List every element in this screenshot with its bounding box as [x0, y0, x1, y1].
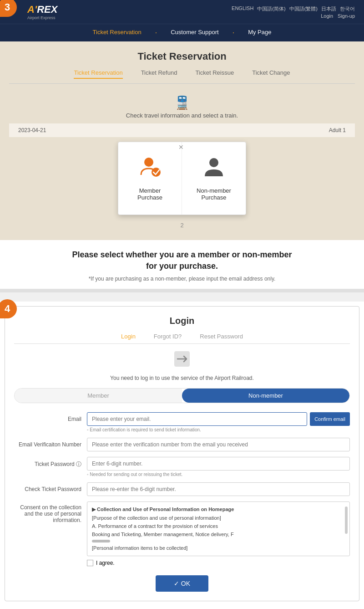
consent-body4: [Personal information items to be collec… — [92, 545, 345, 551]
consent-body1: [Purpose of the collection and use of pe… — [92, 515, 345, 521]
consent-input-area: ▶ Collection and Use of Personal Informa… — [87, 502, 350, 566]
tab-login[interactable]: Login — [121, 333, 136, 340]
consent-scrollbar[interactable] — [345, 507, 348, 534]
lang-korean[interactable]: 한국어 — [340, 5, 355, 12]
nonmember-purchase-option[interactable]: Non-member Purchase — [182, 142, 246, 215]
logo-line1: A'REX — [27, 4, 57, 15]
lang-traditional[interactable]: 中国語(繁體) — [289, 5, 318, 12]
step4-container: 4 Login Login Forgot ID? Reset Password … — [0, 302, 364, 609]
nonmember-purchase-label: Non-member Purchase — [191, 187, 237, 201]
consent-box[interactable]: ▶ Collection and Use of Personal Informa… — [87, 502, 350, 556]
consent-label: Consent on the collectionand the use of … — [14, 502, 87, 523]
member-icon — [127, 156, 172, 183]
consent-body2: A. Performance of a contract for the pro… — [92, 523, 345, 529]
login-tabs: Login Forgot ID? Reset Password — [14, 333, 350, 344]
step3-instruction: Please select whether you are a member o… — [0, 240, 364, 289]
svg-point-2 — [209, 158, 218, 167]
nav-customer-support[interactable]: Customer Support — [171, 29, 219, 37]
verification-row: Email Verificaiton Number — [14, 438, 350, 451]
agree-label: I agree. — [96, 560, 115, 566]
logo-a: A' — [27, 4, 37, 15]
verification-input[interactable] — [87, 438, 350, 451]
toggle-member[interactable]: Member — [15, 389, 182, 403]
verification-input-area — [87, 438, 350, 451]
lang-japanese[interactable]: 日本語 — [321, 5, 336, 12]
email-hint: Email certification is required to send … — [87, 427, 350, 432]
login-description: You need to log in to use the service of… — [14, 375, 350, 381]
email-input-group: Confirm email — [87, 412, 350, 426]
consent-body3: Booking and Ticketing, Member management… — [92, 532, 345, 537]
consent-divider — [92, 540, 110, 542]
check-password-input[interactable] — [87, 482, 350, 496]
header-right: ENGLISH 中国語(简体) 中国語(繁體) 日本語 한국어 Login Si… — [232, 5, 355, 19]
nav-dot-2: · — [233, 29, 234, 37]
svg-point-0 — [144, 158, 153, 167]
check-password-label: Check Ticket Password — [14, 482, 87, 492]
toggle-nonmember[interactable]: Non-member — [182, 389, 349, 403]
password-hint: Needed for sending out or reissuing the … — [87, 472, 350, 477]
nav-ticket-reservation[interactable]: Ticket Reservation — [93, 29, 142, 37]
lang-english[interactable]: ENGLISH — [232, 5, 253, 12]
tab-ticket-reservation[interactable]: Ticket Reservation — [74, 69, 122, 79]
instruction-main-text: Please select whether you are a member o… — [14, 249, 350, 272]
logo-text-group: A'REX Airport Express — [27, 4, 57, 20]
agree-checkbox[interactable] — [87, 560, 93, 566]
signup-link[interactable]: Sign-up — [338, 13, 355, 19]
tab-ticket-refund[interactable]: Ticket Refund — [141, 69, 177, 79]
confirm-email-button[interactable]: Confirm email — [310, 412, 350, 426]
consent-row: Consent on the collectionand the use of … — [14, 502, 350, 566]
check-password-row: Check Ticket Password — [14, 482, 350, 496]
instruction-sub-text: *If you are purchasing as a non-member, … — [14, 276, 350, 282]
ok-button[interactable]: ✓ OK — [156, 575, 208, 592]
tab-ticket-change[interactable]: Ticket Change — [252, 69, 290, 79]
step3-container: 3 A'REX Airport Express ENGLISH 中国語(简体) … — [0, 0, 364, 289]
step4-bottom-instruction: For non-member purchases, email verifica… — [0, 601, 364, 609]
sub-tabs: Ticket Reservation Ticket Refund Ticket … — [9, 69, 355, 84]
train-icon: 🚆 — [9, 95, 355, 110]
member-toggle[interactable]: Member Non-member — [14, 388, 350, 403]
purchase-modal: ✕ Member Purchase — [118, 142, 246, 215]
travel-date: 2023-04-21 — [18, 127, 46, 133]
modal-close-button[interactable]: ✕ — [178, 143, 184, 151]
logo-rex: REX — [37, 4, 57, 15]
main-nav: Ticket Reservation · Customer Support · … — [0, 24, 364, 41]
consent-title: ▶ Collection and Use of Personal Informa… — [92, 507, 345, 512]
login-title: Login — [14, 316, 350, 326]
nonmember-icon — [191, 156, 237, 183]
member-purchase-label: Member Purchase — [127, 187, 172, 201]
email-input-area: Confirm email Email certification is req… — [87, 412, 350, 432]
tab-reset-password[interactable]: Reset Password — [200, 333, 243, 340]
lang-simplified[interactable]: 中国語(简体) — [257, 5, 285, 12]
train-check-section: 🚆 Check travel information and select a … — [9, 91, 355, 123]
email-input[interactable] — [87, 412, 307, 426]
verification-label: Email Verificaiton Number — [14, 438, 87, 448]
tab-ticket-reissue[interactable]: Ticket Reissue — [195, 69, 234, 79]
info-row: 2023-04-21 Adult 1 — [9, 123, 355, 137]
tab-forgot-id[interactable]: Forgot ID? — [154, 333, 182, 340]
main-content-area: Ticket Reservation Ticket Reservation Ti… — [0, 41, 364, 240]
train-check-text: Check travel information and select a tr… — [9, 112, 355, 119]
page-title: Ticket Reservation — [9, 51, 355, 62]
section-divider — [0, 289, 364, 292]
check-password-input-area — [87, 482, 350, 496]
agree-row: I agree. — [87, 560, 350, 566]
arex-header: A'REX Airport Express ENGLISH 中国語(简体) 中国… — [0, 0, 364, 24]
email-label: Email — [14, 412, 87, 422]
password-row: Ticket Password ⓘ Needed for sending out… — [14, 457, 350, 477]
lang-selector[interactable]: ENGLISH 中国語(简体) 中国語(繁體) 日本語 한국어 — [232, 5, 355, 12]
auth-links: Login Sign-up — [321, 13, 355, 19]
password-label: Ticket Password ⓘ — [14, 457, 87, 468]
ok-button-row: ✓ OK — [14, 575, 350, 592]
login-icon — [14, 351, 350, 370]
email-row: Email Confirm email Email certification … — [14, 412, 350, 432]
nav-dot-1: · — [155, 29, 157, 37]
passenger-count: Adult 1 — [329, 127, 346, 133]
logo-sub: Airport Express — [27, 15, 57, 20]
login-link[interactable]: Login — [321, 13, 333, 19]
password-input[interactable] — [87, 457, 350, 471]
nav-my-page[interactable]: My Page — [248, 29, 271, 37]
login-box: Login Login Forgot ID? Reset Password Yo… — [5, 306, 359, 601]
password-input-area: Needed for sending out or reissuing the … — [87, 457, 350, 477]
member-purchase-option[interactable]: Member Purchase — [118, 142, 182, 215]
step-indicator: 2 — [9, 220, 355, 231]
